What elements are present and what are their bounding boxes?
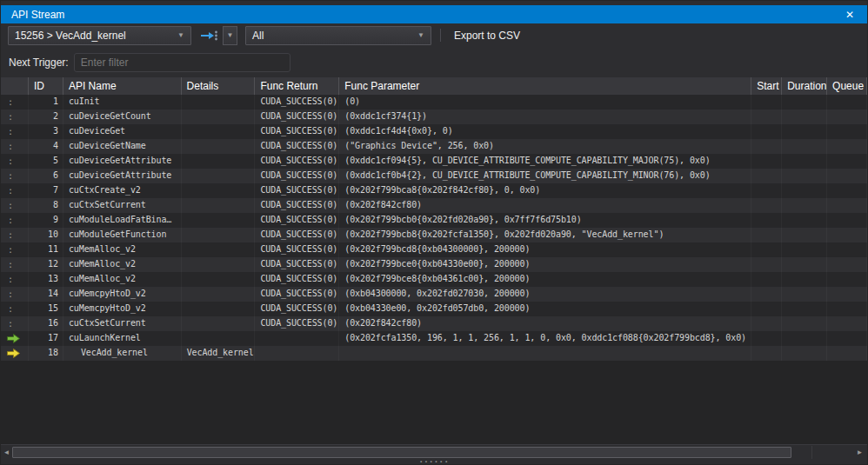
table-row[interactable]: :15cuMemcpyHtoD_v2CUDA_SUCCESS(0)(0xb043…: [1, 302, 867, 316]
cell-queue: [827, 169, 867, 183]
cell-api_name: cuMemcpyHtoD_v2: [63, 302, 182, 316]
cell-func_return: CUDA_SUCCESS(0): [255, 124, 339, 139]
table-row[interactable]: :10cuModuleGetFunctionCUDA_SUCCESS(0)(0x…: [1, 228, 867, 242]
cell-id: 15: [29, 302, 63, 316]
event-filter-dropdown[interactable]: All ▼: [245, 26, 431, 45]
cell-func_parameter: (0x202f799bce8{0xb04361c00}, 200000): [339, 272, 751, 287]
cell-api_name: cuModuleGetFunction: [63, 228, 182, 242]
cell-func_return: CUDA_SUCCESS(0): [255, 302, 339, 316]
cell-details: [182, 302, 256, 316]
cell-duration: [782, 287, 827, 302]
trigger-filter-input[interactable]: [74, 53, 290, 72]
green-arrow-icon: [1, 331, 29, 346]
column-header-marker[interactable]: [1, 77, 29, 95]
cell-start: [751, 272, 782, 287]
cell-details: [182, 228, 256, 242]
column-header-id[interactable]: ID: [29, 77, 63, 95]
cell-details: [182, 198, 256, 213]
cell-queue: [827, 213, 867, 228]
chevron-down-icon: ▼: [411, 31, 424, 39]
table-row[interactable]: :1cuInitCUDA_SUCCESS(0)(0): [1, 95, 867, 110]
process-selector-dropdown[interactable]: 15256 > VecAdd_kernel ▼: [8, 26, 191, 45]
cell-details: [182, 154, 256, 169]
export-to-csv-button[interactable]: Export to CSV: [449, 27, 525, 44]
cell-id: 7: [29, 183, 63, 198]
cell-id: 13: [29, 272, 63, 287]
cell-queue: [827, 346, 867, 361]
cell-duration: [782, 272, 827, 287]
cell-duration: [782, 154, 827, 169]
api-stream-panel: API Stream ✕ 15256 > VecAdd_kernel ▼ ▼ A…: [0, 0, 868, 465]
cell-api_name: cuDeviceGet: [63, 124, 182, 139]
column-header-details[interactable]: Details: [182, 77, 256, 95]
table-row[interactable]: :13cuMemAlloc_v2CUDA_SUCCESS(0)(0x202f79…: [1, 272, 867, 287]
cell-func_parameter: (0x202f799bcd8{0xb04300000}, 200000): [339, 242, 751, 257]
cell-queue: [827, 257, 867, 272]
next-trigger-options-dropdown[interactable]: ▼: [223, 26, 237, 45]
column-header-duration[interactable]: Duration: [782, 77, 827, 95]
cell-start: [751, 331, 782, 346]
cell-id: 14: [29, 287, 63, 302]
table-row[interactable]: :14cuMemcpyHtoD_v2CUDA_SUCCESS(0)(0xb043…: [1, 287, 867, 302]
cell-api_name: cuDeviceGetAttribute: [63, 169, 182, 183]
table-row[interactable]: 18VecAdd_kernelVecAdd_kernel: [1, 346, 867, 361]
table-row[interactable]: 17cuLaunchKernel(0x202fcfa1350, 196, 1, …: [1, 331, 867, 346]
cell-start: [751, 302, 782, 316]
cell-duration: [782, 302, 827, 316]
splitter-grip[interactable]: ▪ ▪ ▪ ▪ ▪ ▪: [1, 460, 867, 464]
table-row[interactable]: :2cuDeviceGetCountCUDA_SUCCESS(0)(0xddc1…: [1, 110, 867, 124]
column-header-queue[interactable]: Queue: [827, 77, 867, 95]
cell-api_name: cuLaunchKernel: [63, 331, 182, 346]
toolbar-separator: [440, 29, 441, 42]
cell-api_name: cuCtxSetCurrent: [63, 316, 182, 331]
column-header-func_return[interactable]: Func Return: [255, 77, 339, 95]
table-row[interactable]: :9cuModuleLoadFatBina…CUDA_SUCCESS(0)(0x…: [1, 213, 867, 228]
cell-details: [182, 242, 256, 257]
column-header-func_parameter[interactable]: Func Parameter: [339, 77, 751, 95]
cell-start: [751, 213, 782, 228]
table-row[interactable]: :3cuDeviceGetCUDA_SUCCESS(0)(0xddc1cf4d4…: [1, 124, 867, 139]
hscrollbar-thumb[interactable]: [12, 447, 791, 458]
api-table-body: :1cuInitCUDA_SUCCESS(0)(0):2cuDeviceGetC…: [1, 95, 867, 361]
cell-queue: [827, 331, 867, 346]
cell-duration: [782, 316, 827, 331]
cell-api_name: cuDeviceGetAttribute: [63, 154, 182, 169]
column-header-api_name[interactable]: API Name: [63, 77, 182, 95]
cell-details: [182, 139, 256, 154]
cell-queue: [827, 228, 867, 242]
cell-func_parameter: ("Graphics Device", 256, 0x0): [339, 139, 751, 154]
yellow-arrow-icon: [1, 346, 29, 361]
row-marker-colon: :: [1, 198, 29, 213]
cell-details: VecAdd_kernel: [182, 346, 256, 361]
cell-start: [751, 198, 782, 213]
panel-title: API Stream: [11, 9, 64, 21]
table-row[interactable]: :5cuDeviceGetAttributeCUDA_SUCCESS(0)(0x…: [1, 154, 867, 169]
cell-start: [751, 183, 782, 198]
table-empty-area: [1, 361, 867, 444]
row-marker-colon: :: [1, 213, 29, 228]
process-selector-value: 15256 > VecAdd_kernel: [15, 30, 126, 42]
table-row[interactable]: :7cuCtxCreate_v2CUDA_SUCCESS(0)(0x202f79…: [1, 183, 867, 198]
scroll-right-icon[interactable]: ►: [854, 445, 865, 460]
horizontal-scrollbar[interactable]: ◄ ►: [1, 444, 867, 460]
cell-details: [182, 287, 256, 302]
cell-id: 16: [29, 316, 63, 331]
table-row[interactable]: :6cuDeviceGetAttributeCUDA_SUCCESS(0)(0x…: [1, 169, 867, 183]
table-row[interactable]: :8cuCtxSetCurrentCUDA_SUCCESS(0)(0x202f8…: [1, 198, 867, 213]
cell-id: 6: [29, 169, 63, 183]
event-filter-value: All: [252, 30, 264, 42]
close-icon[interactable]: ✕: [843, 9, 857, 21]
scroll-left-icon[interactable]: ◄: [1, 445, 12, 460]
cell-duration: [782, 228, 827, 242]
cell-queue: [827, 316, 867, 331]
table-row[interactable]: :16cuCtxSetCurrentCUDA_SUCCESS(0)(0x202f…: [1, 316, 867, 331]
table-row[interactable]: :11cuMemAlloc_v2CUDA_SUCCESS(0)(0x202f79…: [1, 242, 867, 257]
cell-id: 4: [29, 139, 63, 154]
table-row[interactable]: :12cuMemAlloc_v2CUDA_SUCCESS(0)(0x202f79…: [1, 257, 867, 272]
next-trigger-run-button[interactable]: [197, 26, 221, 45]
cell-queue: [827, 139, 867, 154]
table-row[interactable]: :4cuDeviceGetNameCUDA_SUCCESS(0)("Graphi…: [1, 139, 867, 154]
column-header-start[interactable]: Start: [751, 77, 782, 95]
row-marker-colon: :: [1, 110, 29, 124]
cell-queue: [827, 302, 867, 316]
